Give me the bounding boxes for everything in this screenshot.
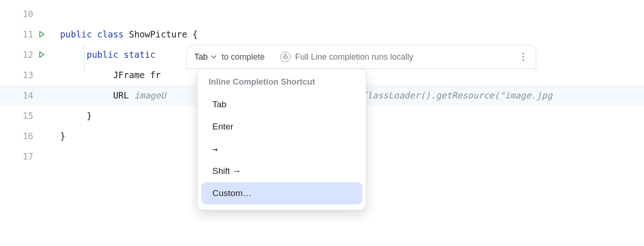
identifier: fr xyxy=(150,70,161,80)
keyword: class xyxy=(97,29,124,39)
hint-key-label: Tab xyxy=(194,52,208,62)
type-name: JFrame xyxy=(113,70,145,80)
line-number: 13 xyxy=(18,70,33,80)
spacer xyxy=(38,111,47,120)
dropdown-item-tab[interactable]: Tab xyxy=(201,93,362,116)
shortcut-dropdown: Inline Completion Shortcut Tab Enter → S… xyxy=(197,68,366,210)
dropdown-item-label: Shift → xyxy=(212,166,241,176)
hint-label: to complete xyxy=(222,52,265,62)
keyword: static xyxy=(124,49,155,60)
gutter-line: 10 xyxy=(0,4,56,24)
dropdown-header: Inline Completion Shortcut xyxy=(198,74,366,93)
spacer xyxy=(38,152,47,161)
dropdown-item-label: Tab xyxy=(212,99,227,110)
line-number: 12 xyxy=(18,49,33,60)
spacer xyxy=(38,70,47,80)
gutter-line: 13 xyxy=(0,65,56,85)
code-line xyxy=(56,4,644,24)
dropdown-item-shift-right[interactable]: Shift → xyxy=(201,160,362,182)
type-name: URL xyxy=(113,90,129,100)
keyword: public xyxy=(60,29,92,39)
dropdown-item-label: Custom… xyxy=(212,188,251,198)
class-name: ShowPicture xyxy=(129,29,187,39)
gutter-line: 17 xyxy=(0,146,56,166)
dropdown-item-right-arrow[interactable]: → xyxy=(201,138,362,160)
svg-point-1 xyxy=(522,56,524,57)
brace: { xyxy=(192,29,198,39)
line-number: 16 xyxy=(18,131,33,141)
brace: } xyxy=(60,131,65,141)
spacer xyxy=(38,91,47,100)
gutter: 10 11 12 13 14 15 16 xyxy=(0,0,56,246)
ghost-text: imageU xyxy=(134,90,166,100)
keyword: public xyxy=(87,49,118,60)
run-gutter-icon[interactable] xyxy=(38,50,47,59)
gutter-line: 16 xyxy=(0,126,56,146)
hint-key-dropdown[interactable]: Tab xyxy=(194,52,217,62)
gutter-line: 15 xyxy=(0,105,56,126)
gutter-line: 11 xyxy=(0,24,56,44)
dropdown-item-label: → xyxy=(212,144,217,154)
line-number: 10 xyxy=(18,9,33,19)
dropdown-item-label: Enter xyxy=(212,122,233,132)
line-number: 11 xyxy=(18,29,33,39)
more-menu-button[interactable] xyxy=(518,52,528,62)
svg-point-0 xyxy=(522,53,524,54)
dropdown-item-enter[interactable]: Enter xyxy=(201,116,362,138)
chevron-down-icon xyxy=(211,54,217,60)
dropdown-item-custom[interactable]: Custom… xyxy=(201,182,362,204)
inline-completion-hint: Tab to complete Full Line completion run… xyxy=(186,45,536,69)
full-line-icon xyxy=(280,52,291,62)
line-number: 15 xyxy=(18,111,33,121)
indent-guide xyxy=(84,44,85,72)
svg-point-2 xyxy=(522,59,524,61)
run-gutter-icon[interactable] xyxy=(38,30,47,39)
code-line: public class ShowPicture { xyxy=(56,24,644,44)
ghost-text: etClassLoader().getResource( xyxy=(351,90,499,100)
gutter-line-current: 14 xyxy=(0,85,56,105)
line-number: 17 xyxy=(18,151,33,161)
gutter-line: 12 xyxy=(0,44,56,65)
spacer xyxy=(38,131,47,141)
ghost-string: "image.jpg xyxy=(499,90,552,100)
brace: } xyxy=(87,111,92,121)
line-number: 14 xyxy=(18,90,33,100)
hint-info: Full Line completion runs locally xyxy=(295,52,514,62)
spacer xyxy=(38,9,47,18)
